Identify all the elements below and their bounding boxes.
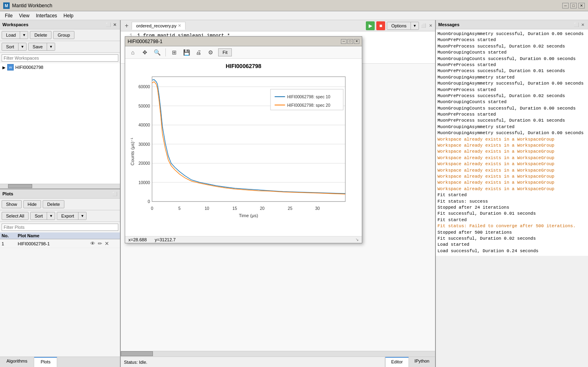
plot-edit-icon[interactable]: ✏ <box>98 241 102 247</box>
home-icon[interactable]: ⌂ <box>128 48 137 57</box>
plots-select-all-button[interactable]: Select All <box>2 212 29 220</box>
editor-tab-active[interactable]: ordered_recovery.py ✕ <box>132 22 186 30</box>
editor-close-icon[interactable]: ✕ <box>428 23 433 29</box>
message-line: Workspace already exists in a WorkspaceG… <box>437 155 586 161</box>
options-btn-group: Options ▼ <box>387 22 419 30</box>
tab-algorithms[interactable]: Algorithms <box>0 357 34 367</box>
tree-arrow-icon: ▶ <box>2 65 6 70</box>
message-line: MuonPreProcess successful, Duration 0.02… <box>437 44 586 50</box>
tab-plots[interactable]: Plots <box>34 357 57 367</box>
plots-toolbar: Show Hide Delete <box>0 199 120 210</box>
message-line: Workspace already exists in a WorkspaceG… <box>437 174 586 180</box>
plots-sort-button[interactable]: Sort <box>31 212 47 220</box>
message-line: Workspace already exists in a WorkspaceG… <box>437 149 586 155</box>
pan-icon[interactable]: ✥ <box>140 48 149 57</box>
message-line: MuonGroupingAsymmetry successful, Durati… <box>437 130 586 136</box>
workspace-scrollbar[interactable] <box>0 184 120 189</box>
workspace-tree-item[interactable]: ▶ W HIFI00062798 <box>0 63 120 71</box>
run-button[interactable]: ▶ <box>366 21 375 30</box>
svg-text:50000: 50000 <box>138 104 150 108</box>
plots-export-button[interactable]: Export <box>57 212 78 220</box>
message-line: Fit status: success <box>437 199 586 205</box>
status-text: Status: Idle. <box>124 360 147 365</box>
delete-button[interactable]: Delete <box>30 31 52 39</box>
plots-title: Plots <box>2 191 13 196</box>
workspaces-panel: Workspaces ⬜ ✕ Load ▼ Delete Group Sort <box>0 20 120 189</box>
load-button[interactable]: Load <box>2 31 20 39</box>
svg-text:40000: 40000 <box>138 123 150 127</box>
menu-interfaces[interactable]: Interfaces <box>33 12 60 19</box>
messages-scroll[interactable]: MuonGroupingAsymmetry successful, Durati… <box>436 29 588 367</box>
save-plot-icon[interactable]: 💾 <box>182 48 191 57</box>
group-button[interactable]: Group <box>53 31 74 39</box>
plots-hide-button[interactable]: Hide <box>23 200 41 208</box>
svg-text:0: 0 <box>151 206 153 211</box>
fit-button[interactable]: Fit <box>218 48 232 56</box>
menu-file[interactable]: File <box>2 12 16 19</box>
plot-status-bar: x=28.688 y=31212.7 ↘ <box>125 236 362 243</box>
message-line: Workspace already exists in a WorkspaceG… <box>437 161 586 167</box>
options-button[interactable]: Options <box>387 22 411 29</box>
workspace-filter-input[interactable] <box>2 54 118 62</box>
plot-row-name: HIFI00062798-1 <box>18 241 90 246</box>
workspace-tree: ▶ W HIFI00062798 <box>0 63 120 184</box>
col-header-name: Plot Name <box>18 233 118 238</box>
plots-export-dropdown[interactable]: ▼ <box>78 212 86 220</box>
message-line: Workspace already exists in a WorkspaceG… <box>437 186 586 192</box>
table-header: No. Plot Name <box>0 232 120 239</box>
print-icon[interactable]: 🖨 <box>194 48 203 57</box>
message-line: Fit started <box>437 192 586 198</box>
workspaces-expand-icon[interactable]: ⬜ <box>105 22 111 27</box>
message-line: Stopped after 24 iterations <box>437 205 586 211</box>
load-btn-group: Load ▼ <box>2 31 28 39</box>
minimize-button[interactable]: ─ <box>562 3 569 8</box>
message-line: MuonPreProcess started <box>437 112 586 118</box>
close-button[interactable]: ✕ <box>578 3 585 8</box>
load-dropdown[interactable]: ▼ <box>20 31 28 39</box>
save-button[interactable]: Save <box>29 43 47 50</box>
message-line: MuonGroupingAsymmetry started <box>437 124 586 130</box>
sort-button[interactable]: Sort <box>2 43 19 50</box>
plots-sort-dropdown[interactable]: ▼ <box>47 212 55 220</box>
message-line: MuonPreProcess started <box>437 37 586 43</box>
plot-status-x: x=28.688 <box>128 237 147 242</box>
plots-show-button[interactable]: Show <box>2 200 22 208</box>
tab-close-icon[interactable]: ✕ <box>178 23 181 28</box>
zoom-icon[interactable]: 🔍 <box>153 48 161 57</box>
plot-close-icon[interactable]: ✕ <box>105 241 109 247</box>
save-dropdown[interactable]: ▼ <box>47 43 55 50</box>
menu-view[interactable]: View <box>16 12 33 19</box>
plots-delete-button[interactable]: Delete <box>43 200 64 208</box>
tab-editor[interactable]: Editor <box>385 357 409 367</box>
right-panel: Messages ⬜ ✕ MuonGroupingAsymmetry succe… <box>435 20 588 367</box>
plots-filter-input[interactable] <box>2 224 118 231</box>
message-line: Workspace already exists in a WorkspaceG… <box>437 137 586 143</box>
stop-button[interactable]: ■ <box>376 21 385 30</box>
messages-close-icon[interactable]: ✕ <box>580 22 586 27</box>
plot-maximize-button[interactable]: □ <box>347 39 353 44</box>
center-scrollbar-h[interactable] <box>121 351 435 357</box>
tab-add-button[interactable]: + <box>122 22 131 29</box>
svg-text:Time (μs): Time (μs) <box>239 213 258 218</box>
workspaces-header: Workspaces ⬜ ✕ <box>0 20 120 29</box>
plots-expand-icon[interactable]: ⬜ <box>112 191 118 197</box>
center-scrollbar-thumb[interactable] <box>121 351 153 356</box>
plot-close-button[interactable]: ✕ <box>354 39 359 44</box>
messages-expand-icon[interactable]: ⬜ <box>574 22 579 27</box>
plot-visibility-icon[interactable]: 👁 <box>90 241 95 247</box>
plot-minimize-button[interactable]: ─ <box>341 39 347 44</box>
workspaces-close-icon[interactable]: ✕ <box>112 22 118 27</box>
table-row[interactable]: 1 HIFI00062798-1 👁 ✏ ✕ <box>0 239 120 248</box>
maximize-button[interactable]: □ <box>570 3 577 8</box>
sort-dropdown[interactable]: ▼ <box>19 43 26 50</box>
plot-resize-icon[interactable]: ↘ <box>355 237 359 242</box>
scrollbar-thumb[interactable] <box>8 184 32 188</box>
tab-ipython[interactable]: IPython <box>409 357 435 367</box>
settings-icon[interactable]: ⚙ <box>206 48 215 57</box>
plot-window-title: HIFI00062798-1 <box>128 39 341 44</box>
editor-expand-icon[interactable]: ⬜ <box>421 23 426 29</box>
menu-help[interactable]: Help <box>60 12 77 19</box>
grid-icon[interactable]: ⊞ <box>170 48 179 57</box>
options-dropdown[interactable]: ▼ <box>411 22 419 29</box>
message-line: MuonGroupingAsymmetry started <box>437 75 586 81</box>
